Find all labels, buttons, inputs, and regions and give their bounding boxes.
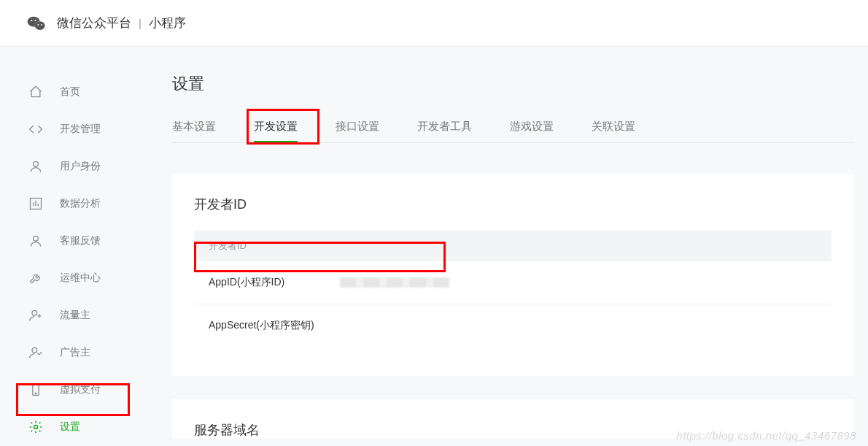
sidebar-item-user-identity[interactable]: 用户身份 — [0, 147, 146, 185]
sidebar-item-label: 运维中心 — [60, 272, 101, 285]
svg-point-9 — [34, 236, 39, 241]
appid-label: AppID(小程序ID) — [209, 276, 340, 289]
svg-point-7 — [34, 161, 39, 166]
top-header: 微信公众平台 | 小程序 — [0, 0, 868, 47]
panel-title: 开发者ID — [194, 196, 832, 213]
tab-game-settings[interactable]: 游戏设置 — [510, 111, 554, 142]
sidebar-item-home[interactable]: 首页 — [0, 73, 146, 110]
appsecret-row: AppSecret(小程序密钥) — [194, 304, 832, 347]
svg-point-4 — [34, 20, 36, 21]
panel-title-server: 服务器域名 — [194, 421, 832, 439]
header-subtitle: 小程序 — [149, 15, 186, 31]
gear-icon — [28, 420, 44, 434]
tab-dev-tools[interactable]: 开发者工具 — [417, 111, 472, 142]
sidebar-item-label: 设置 — [60, 420, 80, 434]
wechat-logo-icon — [26, 13, 47, 34]
tabs: 基本设置 开发设置 接口设置 开发者工具 游戏设置 关联设置 — [172, 111, 853, 143]
svg-point-6 — [41, 24, 42, 26]
code-icon — [28, 122, 44, 137]
sidebar-item-label: 数据分析 — [60, 197, 101, 210]
appid-value-redacted — [340, 277, 449, 288]
sidebar-item-label: 虚拟支付 — [60, 383, 101, 396]
sidebar-item-label: 开发管理 — [60, 123, 101, 136]
wrench-icon — [28, 271, 44, 285]
headset-icon — [28, 234, 44, 248]
home-icon — [28, 85, 44, 99]
sidebar-item-advertiser[interactable]: 广告主 — [0, 334, 146, 371]
sidebar: 首页 开发管理 用户身份 数据分析 客服反馈 — [0, 47, 146, 445]
sidebar-item-label: 流量主 — [60, 309, 90, 322]
sidebar-item-feedback[interactable]: 客服反馈 — [0, 222, 146, 259]
mobile-icon — [28, 382, 44, 397]
user-check-icon — [28, 345, 44, 360]
developer-id-panel: 开发者ID 开发者ID AppID(小程序ID) AppSecret(小程序密钥… — [172, 174, 853, 376]
svg-point-14 — [34, 425, 38, 428]
user-icon — [28, 159, 44, 174]
sidebar-item-settings[interactable]: 设置 — [0, 408, 146, 445]
sidebar-item-label: 客服反馈 — [60, 234, 101, 247]
tab-interface-settings[interactable]: 接口设置 — [336, 111, 379, 142]
svg-point-3 — [31, 20, 32, 21]
tab-basic-settings[interactable]: 基本设置 — [172, 111, 216, 142]
sidebar-item-label: 首页 — [60, 85, 80, 99]
user-plus-icon — [28, 308, 44, 323]
sidebar-item-label: 广告主 — [60, 346, 90, 359]
svg-point-13 — [35, 393, 36, 394]
tab-dev-settings[interactable]: 开发设置 — [254, 111, 298, 142]
sidebar-item-analytics[interactable]: 数据分析 — [0, 185, 146, 222]
main-content: 设置 基本设置 开发设置 接口设置 开发者工具 游戏设置 关联设置 开发者ID … — [146, 47, 868, 445]
sidebar-item-label: 用户身份 — [60, 160, 101, 173]
sidebar-item-traffic-owner[interactable]: 流量主 — [0, 296, 146, 334]
svg-point-11 — [32, 347, 37, 353]
appsecret-label: AppSecret(小程序密钥) — [209, 319, 340, 332]
svg-point-5 — [37, 24, 39, 26]
svg-point-2 — [35, 21, 45, 30]
table-head: 开发者ID — [194, 231, 832, 261]
sidebar-item-dev-management[interactable]: 开发管理 — [0, 110, 146, 147]
tab-related-settings[interactable]: 关联设置 — [592, 111, 635, 142]
appid-row: AppID(小程序ID) — [194, 261, 832, 304]
sidebar-item-ops-center[interactable]: 运维中心 — [0, 259, 146, 296]
page-title: 设置 — [172, 73, 853, 95]
header-separator: | — [139, 17, 142, 29]
bar-chart-icon — [28, 196, 44, 211]
sidebar-item-virtual-pay[interactable]: 虚拟支付 — [0, 371, 146, 408]
header-title: 微信公众平台 — [57, 15, 131, 31]
server-domain-panel: 服务器域名 — [172, 399, 853, 439]
svg-point-10 — [32, 310, 37, 315]
